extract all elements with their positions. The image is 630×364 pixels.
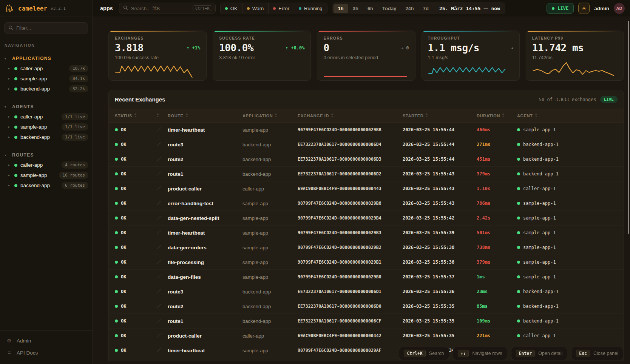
column-header-started[interactable]: STARTED xyxy=(397,113,471,118)
table-row[interactable]: OKtimer-heartbeatsample-app90799F47E6CD2… xyxy=(109,123,624,137)
sidebar-item-badge: 1/1 live xyxy=(62,113,88,120)
sidebar-item-label: backend-app xyxy=(20,134,59,140)
table-row[interactable]: OKroute1backend-appEE7322370A10617-00000… xyxy=(109,314,624,329)
filter-input[interactable] xyxy=(16,25,84,31)
avatar[interactable]: AD xyxy=(614,3,625,14)
sidebar-item-backend-app[interactable]: ▸backend-app1/1 live xyxy=(0,132,92,142)
search-input[interactable] xyxy=(131,6,190,11)
time-to[interactable]: now xyxy=(488,6,504,11)
chevron-right-icon[interactable]: ▸ xyxy=(8,87,11,91)
kpi-row: EXCHANGES3.818↑ +1%100.0% success rateSU… xyxy=(108,31,624,81)
column-header-trend[interactable] xyxy=(150,113,162,118)
sidebar-item-caller-app[interactable]: ▸caller-app10.7k xyxy=(0,63,92,74)
cell-duration: 1.10s xyxy=(471,186,511,191)
status-text: OK xyxy=(121,186,126,191)
table-row[interactable]: OKdata-gen-filessample-app90799F47E6CD24… xyxy=(109,270,624,284)
sidebar-filter[interactable] xyxy=(4,22,88,34)
vertical-scrollbar[interactable] xyxy=(628,21,629,234)
table-row[interactable]: OKproduct-callercaller-app69AC90BF8EBC4F… xyxy=(109,181,624,196)
sidebar-item-caller-app[interactable]: ▸caller-app4 routes xyxy=(0,160,92,170)
table-title: Recent Exchanges xyxy=(115,96,539,103)
topbar: apps Ctrl+K OKWarnErrorRunning 1h3h6hTod… xyxy=(93,0,630,17)
table-row[interactable]: OKroute3backend-appEE7322370A10617-00000… xyxy=(109,284,624,299)
section-header-applications[interactable]: ▾APPLICATIONS xyxy=(0,54,92,63)
agent-status-dot xyxy=(517,202,520,205)
sidebar-item-backend-app[interactable]: ▸backend-app32.2k xyxy=(0,84,92,94)
agent-status-dot xyxy=(517,305,520,308)
table-row[interactable]: OKtimer-heartbeatsample-app90799F47E6CD2… xyxy=(109,226,624,240)
table-row[interactable]: OKproduct-callercaller-app69AC90BF8EBC4F… xyxy=(109,329,624,343)
time-separator: — xyxy=(484,6,488,11)
column-header-duration[interactable]: DURATION xyxy=(471,113,511,118)
sidebar-link-api-docs[interactable]: ≡ API Docs xyxy=(0,347,92,359)
sidebar-link-admin[interactable]: ⚙ Admin xyxy=(0,335,92,347)
cell-route: timer-heartbeat xyxy=(162,230,236,236)
live-toggle-button[interactable]: LIVE xyxy=(547,3,574,14)
chevron-right-icon[interactable]: ▸ xyxy=(8,67,11,70)
status-filter-error[interactable]: Error xyxy=(268,3,294,14)
time-range-24h[interactable]: 24h xyxy=(401,4,418,13)
kbd-enter: Enter xyxy=(516,350,535,357)
column-header-exchange-id[interactable]: EXCHANGE ID xyxy=(292,113,397,118)
table-row[interactable]: OKdata-gen-nested-splitsample-app90799F4… xyxy=(109,211,624,226)
chevron-right-icon[interactable]: ▸ xyxy=(8,184,11,187)
chevron-right-icon[interactable]: ▸ xyxy=(8,174,11,177)
table-row[interactable]: OKroute2backend-appEE7322370A10617-00000… xyxy=(109,152,624,167)
status-filter-running[interactable]: Running xyxy=(294,3,327,14)
trend-spark-icon xyxy=(150,215,162,221)
sidebar-link-label: API Docs xyxy=(17,350,38,356)
sidebar-item-label: sample-app xyxy=(20,172,56,178)
column-header-status[interactable]: STATUS xyxy=(109,113,150,118)
section-header-routes[interactable]: ▾ROUTES xyxy=(0,150,92,160)
table-row[interactable]: OKfile-processingsample-app90799F47E6CD2… xyxy=(109,255,624,270)
column-header-route[interactable]: ROUTE xyxy=(162,113,236,118)
section-header-agents[interactable]: ▾AGENTS xyxy=(0,102,92,112)
table-row[interactable]: OKroute3backend-appEE7322370A10617-00000… xyxy=(109,137,624,152)
chevron-right-icon[interactable]: ▸ xyxy=(8,125,11,129)
time-range-7d[interactable]: 7d xyxy=(418,4,433,13)
table-row[interactable]: OKroute2backend-appEE7322370A10617-00000… xyxy=(109,299,624,314)
sidebar-item-sample-app[interactable]: ▸sample-app16 routes xyxy=(0,170,92,180)
agent-name: backend-app-1 xyxy=(523,304,559,309)
sun-icon: ☀ xyxy=(582,5,587,11)
time-range-today[interactable]: Today xyxy=(378,4,401,13)
status-dot xyxy=(14,184,17,187)
cell-started: 2026-03-25 15:55:38 xyxy=(397,245,471,250)
cell-exchange-id: 69AC90BF8EBC4F9-0000000000000442 xyxy=(292,333,397,338)
sidebar-item-sample-app[interactable]: ▸sample-app84.1k xyxy=(0,74,92,84)
chevron-right-icon[interactable]: ▸ xyxy=(8,115,11,118)
time-range-1h[interactable]: 1h xyxy=(334,4,348,13)
column-label: EXCHANGE ID xyxy=(298,114,329,118)
time-range-6h[interactable]: 6h xyxy=(363,4,378,13)
table-row[interactable]: OKroute1backend-appEE7322370A10617-00000… xyxy=(109,167,624,181)
time-from[interactable]: 25. März 14:55 xyxy=(433,6,484,11)
hint-label: Navigate rows xyxy=(472,351,502,356)
agent-status-dot xyxy=(517,128,520,131)
ok-status-dot xyxy=(115,217,118,220)
column-header-agent[interactable]: AGENT xyxy=(511,113,624,118)
agent-name: sample-app-1 xyxy=(523,215,556,221)
status-filter-label: OK xyxy=(230,6,238,11)
global-search[interactable]: Ctrl+K xyxy=(119,3,216,14)
cell-exchange-id: EE7322370A10617-00000000000006D1 xyxy=(292,289,397,294)
user-name[interactable]: admin xyxy=(594,6,609,11)
sidebar-item-sample-app[interactable]: ▸sample-app1/1 live xyxy=(0,122,92,132)
sidebar-item-caller-app[interactable]: ▸caller-app1/1 live xyxy=(0,112,92,122)
column-header-application[interactable]: APPLICATION xyxy=(236,113,292,118)
status-filter-warn[interactable]: Warn xyxy=(242,3,269,14)
sidebar-item-backend-app[interactable]: ▸backend-app6 routes xyxy=(0,180,92,190)
time-range-3h[interactable]: 3h xyxy=(348,4,363,13)
kbd-esc: Esc xyxy=(576,350,590,357)
chevron-right-icon[interactable]: ▸ xyxy=(8,77,11,80)
agent-name: sample-app-1 xyxy=(523,230,556,235)
trend-spark-icon xyxy=(150,186,162,192)
cell-status: OK xyxy=(109,157,150,162)
status-filter-ok[interactable]: OK xyxy=(221,3,242,14)
theme-toggle-button[interactable]: ☀ xyxy=(578,3,590,14)
table-row[interactable]: OKdata-gen-orderssample-app90799F47E6CD2… xyxy=(109,240,624,255)
chevron-right-icon[interactable]: ▸ xyxy=(8,163,11,167)
chevron-right-icon[interactable]: ▸ xyxy=(8,135,11,139)
sidebar-item-badge: 1/1 live xyxy=(62,123,88,131)
table-row[interactable]: OKerror-handling-testsample-app90799F47E… xyxy=(109,196,624,211)
agent-name: caller-app-1 xyxy=(523,333,556,338)
